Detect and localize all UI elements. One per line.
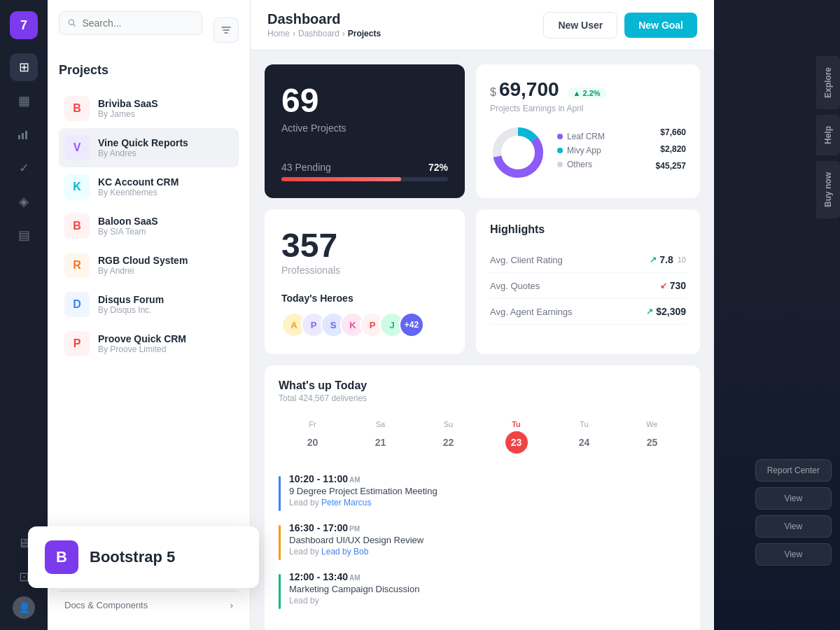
project-logo: P (64, 331, 90, 356)
sidebar-tab-help[interactable]: Help (816, 115, 840, 155)
highlights-title: Highlights (490, 223, 686, 236)
stats-card: 357 Professionals Today's Heroes APSKPJ+… (265, 209, 465, 354)
search-input[interactable] (82, 18, 193, 29)
sidebar-tab-buynow[interactable]: Buy now (816, 161, 840, 218)
nav-icon-layers[interactable]: ◈ (10, 188, 38, 216)
project-logo: D (64, 292, 90, 317)
svg-rect-1 (22, 133, 24, 139)
legend-dot (557, 148, 563, 153)
event-ampm: AM (349, 476, 360, 484)
legend: Leaf CRMMivy AppOthers (557, 132, 645, 174)
nav-icon-dashboard[interactable]: ⊞ (10, 53, 38, 81)
view-button-3[interactable]: View (755, 543, 832, 566)
sidebar-tab-explore[interactable]: Explore (816, 56, 840, 109)
cal-day-name: Tu (553, 420, 615, 428)
project-item[interactable]: V Vine Quick Reports By Andres (59, 128, 239, 167)
view-button-1[interactable]: View (755, 487, 832, 510)
earnings-number: 69,700 (499, 78, 559, 101)
breadcrumb-projects[interactable]: Projects (348, 29, 381, 38)
project-logo: B (64, 96, 90, 121)
project-name: Briviba SaaS (98, 98, 233, 109)
progress-bar-fill (281, 177, 401, 181)
event-title: Marketing Campaign Discussion (289, 584, 419, 594)
bootstrap-popup: B Bootstrap 5 (48, 526, 251, 588)
project-name: KC Account CRM (98, 176, 233, 188)
project-by: By James (98, 109, 233, 119)
nav-icon-grid[interactable]: ▦ (10, 87, 38, 115)
user-avatar-small[interactable]: 👤 (13, 596, 35, 619)
project-item[interactable]: K KC Account CRM By Keenthemes (59, 167, 239, 206)
project-info: Baloon SaaS By SIA Team (98, 216, 233, 237)
project-info: RGB Cloud System By Andrei (98, 255, 233, 276)
calendar-day[interactable]: Tu23 (482, 414, 550, 459)
highlight-label: Avg. Quotes (490, 281, 540, 291)
breadcrumb-dashboard[interactable]: Dashboard (298, 29, 340, 38)
legend-dot (557, 162, 563, 167)
highlight-label: Avg. Agent Earnings (490, 307, 573, 317)
legend-value: $7,660 (656, 127, 686, 137)
legend-item: Leaf CRM (557, 132, 645, 141)
calendar-row: Fr20Sa21Su22Tu23Tu24We25 (279, 414, 686, 459)
project-by: By Keenthemes (98, 188, 233, 197)
stats-label: Professionals (281, 265, 448, 276)
view-button-2[interactable]: View (755, 515, 832, 538)
event-item: 12:00 - 13:40AM Marketing Campaign Discu… (279, 571, 686, 609)
page-title: Dashboard (267, 11, 381, 27)
report-center-button[interactable]: Report Center (755, 459, 832, 482)
legend-values-items: $7,660$2,820$45,257 (656, 127, 686, 171)
event-time: 16:30 - 17:00PM (289, 522, 424, 533)
hero-avatar: +42 (399, 312, 424, 337)
search-bar[interactable] (59, 11, 202, 35)
docs-bar[interactable]: Docs & Components › (59, 591, 239, 619)
earnings-badge: ▲ 2.2% (568, 88, 606, 99)
filter-button[interactable] (214, 18, 239, 43)
legend-value: $2,820 (656, 144, 686, 154)
calendar-day[interactable]: Su22 (414, 414, 482, 459)
breadcrumb: Home › Dashboard › Projects (267, 29, 381, 38)
active-projects-number: 69 (281, 81, 448, 120)
event-content: 12:00 - 13:40AM Marketing Campaign Discu… (289, 571, 419, 606)
active-projects-label: Active Projects (281, 122, 448, 134)
event-bar (279, 525, 281, 560)
event-ampm: AM (349, 574, 360, 582)
calendar-day[interactable]: Fr20 (279, 414, 346, 459)
cal-day-name: Tu (485, 420, 547, 428)
event-lead: Lead by (289, 596, 419, 606)
calendar-day[interactable]: Tu24 (550, 414, 618, 459)
event-lead-link[interactable]: Peter Marcus (321, 498, 371, 507)
legend-item: Mivy App (557, 146, 645, 155)
legend-name: Mivy App (567, 146, 601, 155)
breadcrumb-home[interactable]: Home (267, 29, 290, 38)
highlight-label: Avg. Client Rating (490, 255, 563, 265)
calendar-day[interactable]: We25 (618, 414, 686, 459)
event-lead-link[interactable]: Lead by Bob (321, 547, 368, 556)
project-item[interactable]: D Disqus Forum By Disqus Inc. (59, 285, 239, 324)
new-user-button[interactable]: New User (543, 12, 617, 38)
event-time: 10:20 - 11:00AM (289, 473, 438, 484)
project-item[interactable]: P Proove Quick CRM By Proove Limited (59, 324, 239, 363)
earnings-dollar: $ (490, 86, 496, 99)
project-item[interactable]: B Briviba SaaS By James (59, 89, 239, 128)
event-item: 10:20 - 11:00AM 9 Degree Project Estimat… (279, 473, 686, 511)
new-goal-button[interactable]: New Goal (624, 13, 697, 38)
project-by: By Disqus Inc. (98, 305, 233, 315)
legend-name: Leaf CRM (567, 132, 605, 141)
highlight-value: ↗ 7.810 (650, 254, 686, 265)
header-left: Dashboard Home › Dashboard › Projects (267, 11, 381, 38)
project-item[interactable]: R RGB Cloud System By Andrei (59, 246, 239, 285)
event-ampm: PM (349, 525, 360, 533)
project-item[interactable]: B Baloon SaaS By SIA Team (59, 206, 239, 246)
nav-icon-charts[interactable] (10, 120, 38, 148)
row-3: What's up Today Total 424,567 deliveries… (265, 365, 700, 630)
highlights-card: Highlights Avg. Client Rating ↗ 7.810 Av… (476, 209, 700, 354)
nav-icon-table[interactable]: ▤ (10, 221, 38, 249)
nav-icon-check[interactable]: ✓ (10, 154, 38, 182)
project-info: KC Account CRM By Keenthemes (98, 176, 233, 197)
project-by: By SIA Team (98, 227, 233, 237)
calendar-day[interactable]: Sa21 (346, 414, 414, 459)
highlight-row: Avg. Agent Earnings ↗ $2,309 (490, 299, 686, 325)
app-badge: 7 (10, 11, 38, 39)
legend-values: $7,660$2,820$45,257 (656, 127, 686, 178)
project-name: Vine Quick Reports (98, 137, 233, 148)
event-time: 12:00 - 13:40AM (289, 571, 419, 582)
